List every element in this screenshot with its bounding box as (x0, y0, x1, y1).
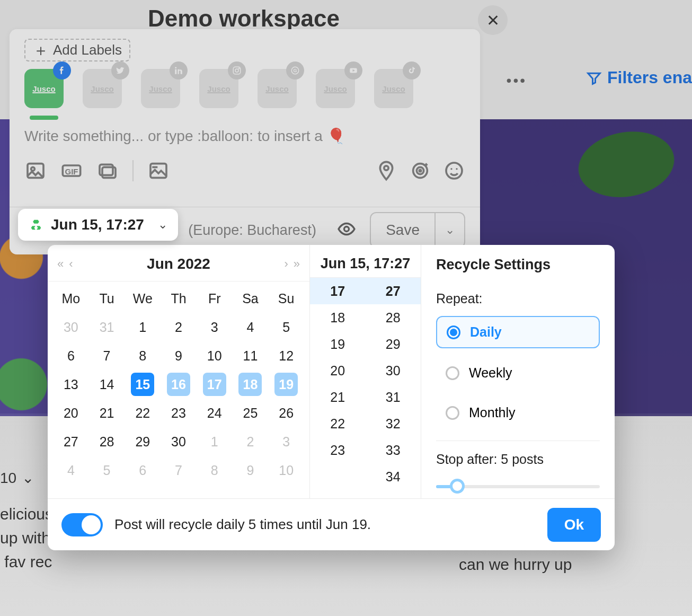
calendar-week-row: 27282930123 (53, 427, 304, 456)
calendar-day-cell[interactable]: 27 (53, 427, 89, 456)
calendar-day-cell[interactable]: 7 (89, 341, 125, 370)
calendar-day-cell[interactable]: 20 (53, 399, 89, 427)
save-dropdown-chevron[interactable]: ⌄ (434, 213, 464, 247)
gif-icon[interactable]: GIF (60, 160, 83, 182)
minute-option[interactable]: 27 (366, 278, 421, 304)
compose-textarea[interactable]: Write something... or type :balloon: to … (24, 127, 465, 145)
minute-option[interactable]: 32 (366, 410, 421, 437)
calendar-day-cell[interactable]: 8 (125, 341, 161, 370)
calendar-day-cell[interactable]: 3 (197, 313, 233, 341)
add-labels-button[interactable]: ＋ Add Labels (24, 39, 130, 61)
target-icon[interactable] (409, 160, 431, 182)
calendar-day-cell[interactable]: 4 (53, 456, 89, 485)
account-facebook[interactable]: Jusco (24, 69, 64, 108)
calendar-prev-year-icon[interactable]: « (57, 257, 64, 271)
calendar-day-cell[interactable]: 31 (89, 313, 125, 341)
location-pin-icon[interactable] (375, 160, 397, 182)
calendar-day-cell[interactable]: 9 (233, 456, 269, 485)
calendar-day-cell[interactable]: 18 (233, 370, 269, 399)
save-split-button[interactable]: Save ⌄ (370, 212, 465, 248)
calendar-day-cell[interactable]: 2 (161, 313, 197, 341)
calendar-day-cell[interactable]: 2 (233, 427, 269, 456)
media-library-icon[interactable] (96, 160, 119, 182)
calendar-day-cell[interactable]: 6 (125, 456, 161, 485)
repeat-option-daily[interactable]: Daily (436, 316, 600, 348)
calendar-day-cell[interactable]: 23 (161, 399, 197, 427)
minute-option[interactable]: 28 (366, 304, 421, 331)
schedule-date-button[interactable]: Jun 15, 17:27 ⌄ (18, 209, 178, 241)
calendar-day-cell[interactable]: 8 (197, 456, 233, 485)
calendar-day-cell[interactable]: 6 (53, 341, 89, 370)
calendar-day-cell[interactable]: 30 (161, 427, 197, 456)
minute-option[interactable]: 30 (366, 357, 421, 384)
calendar-day-cell[interactable]: 19 (268, 370, 304, 399)
calendar-dow-cell: Fr (197, 287, 233, 313)
calendar-day-cell[interactable]: 21 (89, 399, 125, 427)
calendar-day-cell[interactable]: 9 (161, 341, 197, 370)
hour-option[interactable]: 17 (310, 278, 366, 304)
minute-option[interactable]: 33 (366, 437, 421, 463)
account-google[interactable]: Jusco G (258, 69, 297, 108)
twitter-icon (111, 61, 129, 80)
stop-after-slider[interactable] (436, 481, 600, 492)
preview-eye-icon[interactable] (337, 219, 356, 241)
calendar-day-cell[interactable]: 1 (125, 313, 161, 341)
calendar-day-cell[interactable]: 5 (268, 313, 304, 341)
repeat-option-weekly[interactable]: Weekly (436, 358, 600, 388)
calendar-day-cell[interactable]: 15 (125, 370, 161, 399)
repeat-option-monthly[interactable]: Monthly (436, 398, 600, 428)
calendar-day-cell[interactable]: 26 (268, 399, 304, 427)
hour-option[interactable]: 19 (310, 331, 366, 357)
account-tiktok[interactable]: Jusco (374, 69, 413, 108)
calendar-day-cell[interactable]: 7 (161, 456, 197, 485)
alt-image-icon[interactable] (147, 160, 170, 182)
calendar-day-cell[interactable]: 1 (197, 427, 233, 456)
calendar-day-cell[interactable]: 11 (233, 341, 269, 370)
calendar-day-cell[interactable]: 16 (161, 370, 197, 399)
calendar-day-cell[interactable]: 22 (125, 399, 161, 427)
hours-column[interactable]: 17181920212223 (310, 278, 366, 498)
calendar-title[interactable]: Jun 2022 (147, 256, 210, 272)
emoji-icon[interactable] (443, 160, 465, 182)
account-linkedin[interactable]: Jusco (141, 69, 180, 108)
minutes-column[interactable]: 2728293031323334 (366, 278, 421, 498)
calendar-day-cell[interactable]: 3 (268, 427, 304, 456)
account-active-indicator (30, 116, 58, 120)
calendar-next-month-icon[interactable]: › (284, 257, 288, 271)
svg-point-15 (384, 166, 388, 170)
hour-option[interactable]: 22 (310, 410, 366, 437)
calendar-day-cell[interactable]: 29 (125, 427, 161, 456)
calendar-day-cell[interactable]: 10 (268, 456, 304, 485)
calendar-day-cell[interactable]: 10 (197, 341, 233, 370)
minute-option[interactable]: 34 (366, 463, 421, 490)
hour-option[interactable]: 20 (310, 357, 366, 384)
calendar-day-cell[interactable]: 17 (197, 370, 233, 399)
hour-option[interactable]: 21 (310, 384, 366, 410)
hour-option[interactable]: 23 (310, 437, 366, 463)
calendar-prev-month-icon[interactable]: ‹ (69, 257, 73, 271)
calendar-day-cell[interactable]: 28 (89, 427, 125, 456)
radio-circle-icon (446, 406, 459, 420)
account-instagram[interactable]: Jusco (199, 69, 238, 108)
hour-option[interactable]: 18 (310, 304, 366, 331)
account-twitter[interactable]: Jusco (83, 69, 122, 108)
calendar-day-cell[interactable]: 25 (233, 399, 269, 427)
recycle-toggle[interactable] (61, 513, 103, 536)
calendar-day-cell[interactable]: 12 (268, 341, 304, 370)
calendar-day-cell[interactable]: 14 (89, 370, 125, 399)
calendar-day-cell[interactable]: 4 (233, 313, 269, 341)
calendar-day-cell[interactable]: 24 (197, 399, 233, 427)
calendar-divider (48, 281, 309, 281)
calendar-day-cell[interactable]: 30 (53, 313, 89, 341)
slider-thumb[interactable] (450, 479, 465, 494)
time-picker-panel: Jun 15, 17:27 17181920212223 27282930313… (310, 245, 421, 498)
image-upload-icon[interactable] (24, 160, 47, 182)
account-youtube[interactable]: Jusco (316, 69, 355, 108)
calendar-day-cell[interactable]: 5 (89, 456, 125, 485)
minute-option[interactable]: 31 (366, 384, 421, 410)
calendar-next-year-icon[interactable]: » (294, 257, 300, 271)
calendar-day-cell[interactable]: 13 (53, 370, 89, 399)
ok-button[interactable]: Ok (547, 508, 601, 542)
svg-point-4 (238, 68, 239, 69)
minute-option[interactable]: 29 (366, 331, 421, 357)
